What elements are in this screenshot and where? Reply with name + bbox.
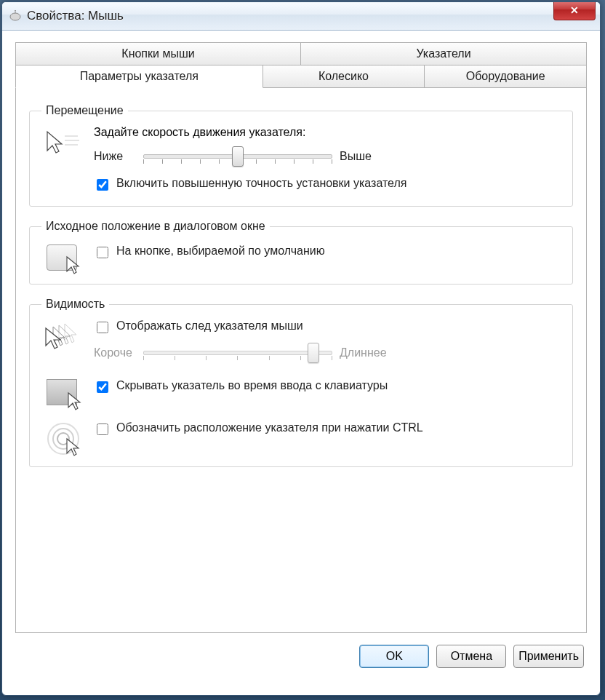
hide-while-typing-checkbox[interactable]: Скрывать указатель во время ввода с клав… [94,379,561,395]
pointer-trails-label: Отображать след указателя мыши [116,319,303,333]
client-area: Кнопки мыши Указатели Параметры указател… [2,31,600,677]
tab-row-1: Кнопки мыши Указатели [15,42,587,65]
tab-wheel[interactable]: Колесико [263,65,425,88]
ctrl-locate-checkbox[interactable]: Обозначить расположение указателя при на… [94,421,561,437]
trails-short-label: Короче [94,346,136,359]
motion-high-label: Выше [340,150,382,163]
titlebar[interactable]: Свойства: Мышь ✕ [2,2,600,31]
close-button[interactable]: ✕ [553,1,596,20]
tab-buttons[interactable]: Кнопки мыши [15,42,301,65]
group-visibility: Видимость Отображать след ука [29,298,573,467]
hide-while-typing-label: Скрывать указатель во время ввода с клав… [116,379,388,392]
apply-button[interactable]: Применить [513,645,584,668]
mouse-properties-window: Свойства: Мышь ✕ Кнопки мыши Указатели П… [1,1,601,696]
snap-icon [41,242,82,271]
group-snap-legend: Исходное положение в диалоговом окне [41,220,270,233]
hide-typing-icon [41,376,82,405]
group-motion-legend: Перемещение [41,104,128,117]
trails-length-slider [143,343,332,363]
enhance-precision-label: Включить повышенную точность установки у… [116,177,406,190]
tab-body: Перемещение Задайте скор [15,88,587,633]
motion-low-label: Ниже [94,150,136,163]
group-motion: Перемещение Задайте скор [29,104,573,207]
cancel-button[interactable]: Отмена [436,645,506,668]
close-icon: ✕ [570,4,579,16]
motion-label: Задайте скорость движения указателя: [94,126,561,139]
tab-pointer-options[interactable]: Параметры указателя [15,65,263,88]
ctrl-locate-label: Обозначить расположение указателя при на… [116,421,423,434]
tab-pointers[interactable]: Указатели [301,42,587,65]
dialog-buttons: OK Отмена Применить [15,633,587,668]
tab-hardware[interactable]: Оборудование [425,65,587,88]
svg-point-1 [15,10,16,11]
trails-icon [41,319,82,351]
motion-speed-slider[interactable] [143,146,332,167]
svg-point-0 [10,13,20,20]
ctrl-locate-icon [41,418,82,453]
enhance-precision-checkbox[interactable]: Включить повышенную точность установки у… [94,177,561,193]
mouse-icon [8,10,23,22]
snap-to-default-checkbox[interactable]: На кнопке, выбираемой по умолчанию [94,244,561,260]
motion-cursor-icon [41,126,82,158]
window-title: Свойства: Мышь [27,9,124,23]
snap-to-default-label: На кнопке, выбираемой по умолчанию [116,244,325,258]
tab-row-2: Параметры указателя Колесико Оборудовани… [15,65,587,88]
group-snap: Исходное положение в диалоговом окне На … [29,220,573,285]
pointer-trails-checkbox[interactable]: Отображать след указателя мыши [94,319,561,335]
trails-long-label: Длиннее [340,346,387,359]
group-visibility-legend: Видимость [41,298,109,311]
ok-button[interactable]: OK [359,645,429,668]
